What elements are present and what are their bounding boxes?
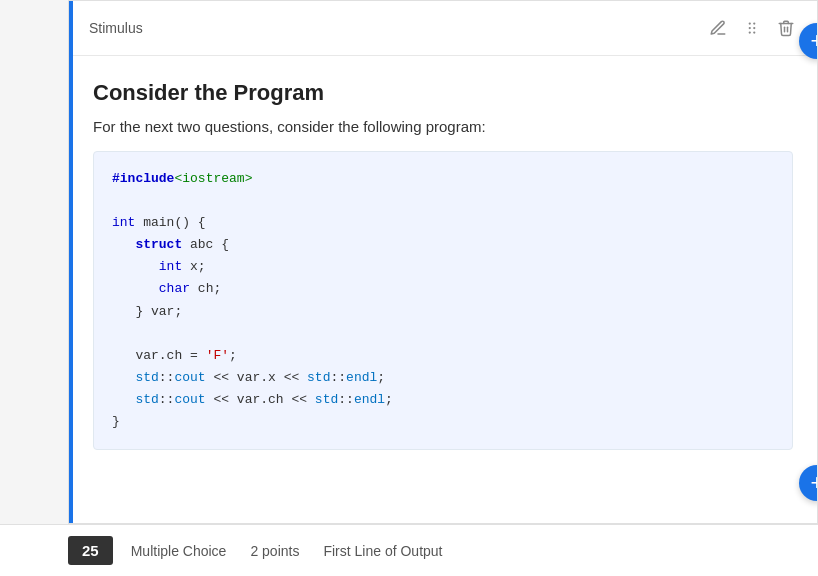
question-points: 2 points bbox=[250, 543, 299, 559]
code-line-assign: var.ch = 'F'; bbox=[112, 345, 774, 367]
code-line-struct: struct abc { bbox=[112, 234, 774, 256]
section-title: Consider the Program bbox=[93, 80, 793, 106]
code-line-blank2 bbox=[112, 323, 774, 345]
content-body: Consider the Program For the next two qu… bbox=[69, 56, 817, 474]
question-title: First Line of Output bbox=[323, 543, 442, 559]
code-line-cout1: std::cout << var.x << std::endl; bbox=[112, 367, 774, 389]
question-type: Multiple Choice bbox=[131, 543, 227, 559]
svg-point-3 bbox=[753, 27, 755, 29]
svg-point-0 bbox=[749, 22, 751, 24]
code-line-cout2: std::cout << var.ch << std::endl; bbox=[112, 389, 774, 411]
code-block: #include<iostream> int main() { struct a… bbox=[93, 151, 793, 450]
code-line-close: } bbox=[112, 411, 774, 433]
section-description: For the next two questions, consider the… bbox=[93, 118, 793, 135]
code-line-var: } var; bbox=[112, 301, 774, 323]
svg-point-2 bbox=[749, 27, 751, 29]
code-line-main: int main() { bbox=[112, 212, 774, 234]
code-line-include: #include<iostream> bbox=[112, 168, 774, 190]
delete-icon[interactable] bbox=[775, 17, 797, 39]
header-actions bbox=[707, 17, 797, 39]
drag-handle-icon[interactable] bbox=[741, 17, 763, 39]
svg-point-4 bbox=[749, 31, 751, 33]
stimulus-label: Stimulus bbox=[89, 20, 143, 36]
question-number: 25 bbox=[68, 536, 113, 565]
svg-point-5 bbox=[753, 31, 755, 33]
bottom-bar: 25 Multiple Choice 2 points First Line o… bbox=[0, 524, 818, 576]
code-line-char: char ch; bbox=[112, 278, 774, 300]
svg-point-1 bbox=[753, 22, 755, 24]
code-line-blank1 bbox=[112, 190, 774, 212]
code-line-int: int x; bbox=[112, 256, 774, 278]
question-meta: Multiple Choice 2 points First Line of O… bbox=[131, 543, 443, 559]
stimulus-header: Stimulus bbox=[69, 1, 817, 56]
pencil-icon[interactable] bbox=[707, 17, 729, 39]
